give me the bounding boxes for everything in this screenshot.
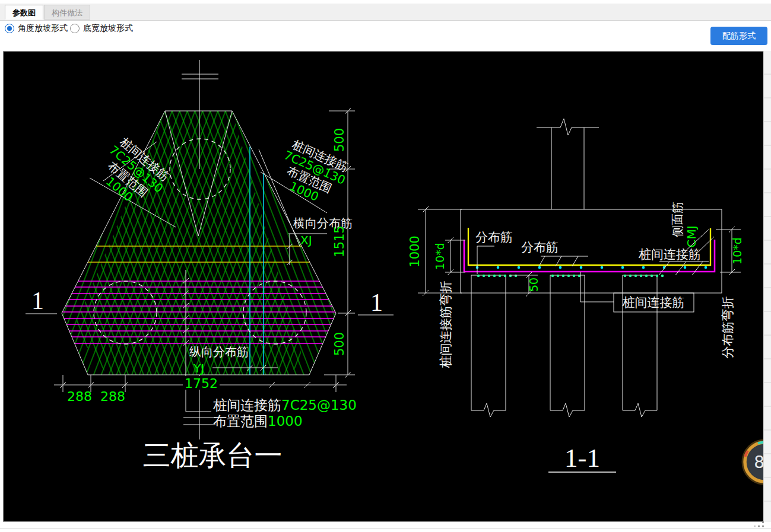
score-badge[interactable]: 87 xyxy=(741,438,764,486)
radio-bottom-width-slope[interactable]: 底宽放坡形式 xyxy=(70,23,133,34)
tab-bar: 参数图 构件做法 xyxy=(0,4,771,21)
tab-parameter-diagram[interactable]: 参数图 xyxy=(5,5,43,20)
section-side-rebar-label: 侧面筋 xyxy=(670,202,684,237)
parameter-diagram-window: 参数图 构件做法 角度放坡形式 底宽放坡形式 配筋形式 xyxy=(0,0,771,532)
section-dist2-label: 分布筋 xyxy=(521,240,559,254)
section-conn-box-label: 桩间连接筋 xyxy=(622,295,685,310)
cad-drawing-canvas[interactable]: 桩间连接筋 7C25@130 布置范围 1000 桩间连接筋 7C25@130 … xyxy=(3,51,764,522)
section-dim-cover-text: 50 xyxy=(527,278,540,292)
plan-dim-v-mid: 1515 xyxy=(332,225,347,257)
section-dim-hook-left xyxy=(445,237,465,275)
section-view: 分布筋 分布筋 侧面筋 CMJ 桩间连接筋 xyxy=(408,119,744,473)
plan-dim-v-top: 500 xyxy=(332,128,347,152)
radio-angle-slope[interactable]: 角度放坡形式 xyxy=(5,23,68,34)
plan-bottom-note-line1: 桩间连接筋7C25@130 xyxy=(212,397,357,413)
section-conn-box-leader xyxy=(580,272,614,302)
section-conn-top-leader xyxy=(659,262,709,275)
radio-checked-icon[interactable] xyxy=(5,24,14,33)
section-distribution-dots xyxy=(476,266,707,269)
section-conn-top-label: 桩间连接筋 xyxy=(638,247,701,262)
section-dim-hook-right-text: 10*d xyxy=(731,237,744,265)
plan-dim-v-bot: 500 xyxy=(332,332,347,356)
section-connection-dots xyxy=(477,275,664,277)
tab-component-method[interactable]: 构件做法 xyxy=(44,5,90,20)
status-bar-divider xyxy=(0,528,771,528)
section-side-rebar-code: CMJ xyxy=(684,225,699,247)
section-dim-height-text: 1000 xyxy=(408,235,422,267)
plan-longitudinal-code: YJ xyxy=(193,361,204,375)
radio-bottom-width-slope-label: 底宽放坡形式 xyxy=(83,23,133,34)
plan-longitudinal-label: 纵向分布筋 xyxy=(189,345,249,359)
plan-transverse-code: XJ xyxy=(300,233,312,247)
plan-dim-288-left: 288 xyxy=(67,389,92,404)
section-conn-bend-label: 桩间连接筋弯折 xyxy=(439,281,453,369)
radio-angle-slope-label: 角度放坡形式 xyxy=(18,23,68,34)
section-dist1-label: 分布筋 xyxy=(475,230,513,244)
plan-view: 桩间连接筋 7C25@130 布置范围 1000 桩间连接筋 7C25@130 … xyxy=(26,60,394,471)
section-title: 1-1 xyxy=(564,443,600,473)
section-dim-hook-left-text: 10*d xyxy=(433,243,446,270)
radio-unchecked-icon[interactable] xyxy=(70,24,80,33)
plan-dim-288-right: 288 xyxy=(100,389,125,404)
resize-grip-icon[interactable] xyxy=(754,521,764,528)
plan-section-marker-left: 1 xyxy=(31,287,44,314)
plan-title: 三桩承台一 xyxy=(143,440,283,471)
plan-dim-total: 1752 xyxy=(185,376,218,391)
section-dist1-leader xyxy=(477,246,494,274)
plan-bottom-note-line2: 布置范围1000 xyxy=(213,413,303,429)
rebar-form-button[interactable]: 配筋形式 xyxy=(710,27,767,45)
section-column xyxy=(537,119,599,209)
slope-mode-options: 角度放坡形式 底宽放坡形式 xyxy=(0,21,771,37)
section-dist-bend-label: 分布筋弯折 xyxy=(721,297,735,359)
vertical-scrollbar[interactable] xyxy=(763,51,771,522)
plan-section-marker-right: 1 xyxy=(370,289,383,316)
cad-drawing: 桩间连接筋 7C25@130 布置范围 1000 桩间连接筋 7C25@130 … xyxy=(4,52,764,521)
